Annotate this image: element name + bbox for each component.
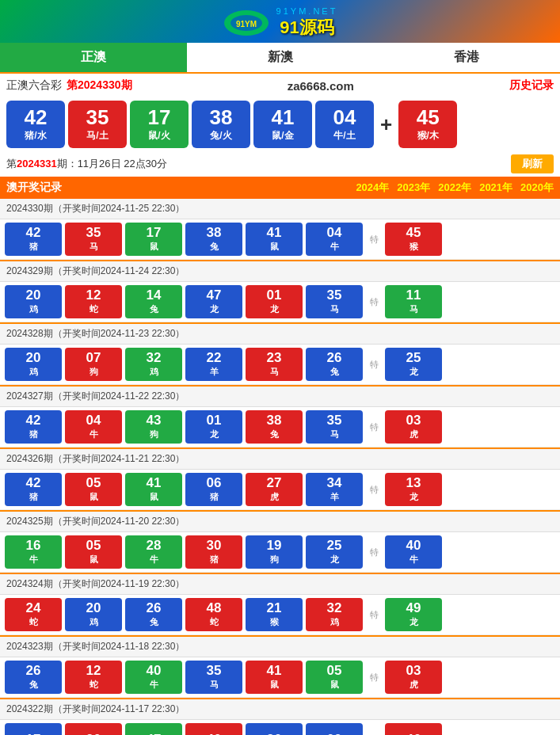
record-ball-1-5: 35马	[306, 285, 363, 318]
record-period-header-0: 2024330期（开奖时间2024-11-25 22:30）	[0, 199, 560, 219]
record-balls-row-4: 42猪05鼠41鼠06猪27虎34羊特13龙	[0, 470, 560, 510]
record-ball-4-4: 27虎	[246, 473, 303, 506]
record-section-7: 2024323期（开奖时间2024-11-18 22:30）26兔12蛇40牛3…	[0, 637, 560, 699]
record-ball-5-0: 16牛	[5, 535, 62, 569]
record-balls-row-0: 42猪35马17鼠38兔41鼠04牛特45猴	[0, 219, 560, 260]
record-ball-3-2: 43狗	[125, 410, 182, 444]
special-label-6: 特	[366, 609, 382, 621]
record-ball-4-3: 06猪	[185, 473, 242, 506]
record-ball-3-3: 01龙	[185, 410, 242, 444]
special-label-2: 特	[366, 359, 382, 371]
record-ball-8-5: 09	[306, 723, 363, 735]
year-2024[interactable]: 2024年	[356, 181, 389, 195]
record-special-4: 13龙	[385, 473, 442, 506]
record-ball-0-4: 41鼠	[246, 223, 303, 256]
year-2022[interactable]: 2022年	[438, 181, 471, 195]
records-title: 澳开奖记录	[6, 181, 62, 195]
ball-special: 45 猴/木	[398, 101, 457, 148]
record-balls-row-3: 42猪04牛43狗01龙38兔35马特03虎	[0, 407, 560, 447]
record-ball-5-3: 30猪	[185, 535, 242, 569]
tab-zhengao[interactable]: 正澳	[0, 43, 187, 72]
special-label-7: 特	[366, 672, 382, 684]
history-link[interactable]: 历史记录	[509, 78, 554, 93]
special-label-1: 特	[366, 296, 382, 308]
year-links: 2024年 2023年 2022年 2021年 2020年	[356, 181, 554, 195]
ball-2: 35 马/土	[68, 101, 127, 148]
record-ball-0-2: 17鼠	[125, 223, 182, 256]
record-section-5: 2024325期（开奖时间2024-11-20 22:30）16牛05鼠28牛3…	[0, 512, 560, 574]
record-ball-3-0: 42猪	[5, 410, 62, 444]
record-ball-0-0: 42猪	[5, 223, 62, 256]
special-label-3: 特	[366, 421, 382, 433]
special-label-4: 特	[366, 484, 382, 496]
record-special-7: 03虎	[385, 661, 442, 694]
ball-6: 04 牛/土	[315, 101, 374, 148]
record-section-6: 2024324期（开奖时间2024-11-19 22:30）24蛇20鸡26兔4…	[0, 574, 560, 637]
tab-bar: 正澳 新澳 香港	[0, 43, 560, 74]
tab-xianggang[interactable]: 香港	[373, 43, 560, 72]
record-special-1: 11马	[385, 285, 442, 318]
record-ball-8-0: 17	[5, 723, 62, 735]
current-balls-row: 42 猪/水 35 马/土 17 鼠/火 38 兔/火 41 鼠/金 04 牛/…	[0, 97, 560, 151]
record-ball-0-3: 38兔	[185, 223, 242, 256]
period-number: 第2024330期	[67, 78, 132, 93]
record-ball-2-0: 20鸡	[5, 348, 62, 381]
record-balls-row-5: 16牛05鼠28牛30猪19狗25龙特40牛	[0, 532, 560, 573]
record-ball-1-3: 47龙	[185, 285, 242, 318]
record-period-header-2: 2024328期（开奖时间2024-11-23 22:30）	[0, 324, 560, 345]
record-ball-6-0: 24蛇	[5, 598, 62, 631]
site-url: za6668.com	[132, 79, 509, 93]
record-ball-2-2: 32鸡	[125, 348, 182, 381]
record-ball-7-2: 40牛	[125, 661, 182, 694]
record-ball-3-5: 35马	[306, 410, 363, 444]
record-ball-5-1: 05鼠	[65, 535, 122, 569]
year-2020[interactable]: 2020年	[520, 181, 554, 195]
ball-3: 17 鼠/火	[130, 101, 189, 148]
record-ball-6-2: 26兔	[125, 598, 182, 631]
record-ball-4-5: 34羊	[306, 473, 363, 506]
record-special-5: 40牛	[385, 535, 442, 569]
record-ball-2-5: 26兔	[306, 348, 363, 381]
record-special-6: 49龙	[385, 598, 442, 631]
record-period-header-8: 2024322期（开奖时间2024-11-17 22:30）	[0, 699, 560, 720]
record-ball-6-5: 32鸡	[306, 598, 363, 631]
record-ball-0-1: 35马	[65, 223, 122, 256]
year-2021[interactable]: 2021年	[479, 181, 512, 195]
record-ball-5-5: 25龙	[306, 535, 363, 569]
record-special-0: 45猴	[385, 223, 442, 256]
record-ball-3-4: 38兔	[246, 410, 303, 444]
ball-4: 38 兔/火	[192, 101, 250, 148]
record-ball-7-5: 05鼠	[306, 661, 363, 694]
record-period-header-7: 2024323期（开奖时间2024-11-18 22:30）	[0, 637, 560, 657]
header: 91YM 91YM.NET 91源码	[0, 0, 560, 43]
record-ball-3-1: 04牛	[65, 410, 122, 444]
record-ball-2-3: 22羊	[185, 348, 242, 381]
record-ball-8-3: 40	[185, 723, 242, 735]
record-ball-6-3: 48蛇	[185, 598, 242, 631]
year-2023[interactable]: 2023年	[397, 181, 430, 195]
record-ball-7-3: 35马	[185, 661, 242, 694]
record-ball-2-4: 23马	[246, 348, 303, 381]
record-section-2: 2024328期（开奖时间2024-11-23 22:30）20鸡07狗32鸡2…	[0, 324, 560, 387]
record-ball-4-1: 05鼠	[65, 473, 122, 506]
record-ball-8-1: 20	[65, 723, 122, 735]
record-special-8: 46	[385, 723, 442, 735]
record-ball-0-5: 04牛	[306, 223, 363, 256]
record-ball-7-0: 26兔	[5, 661, 62, 694]
logo-icon: 91YM	[223, 7, 270, 39]
record-section-3: 2024327期（开奖时间2024-11-22 22:30）42猪04牛43狗0…	[0, 387, 560, 449]
record-ball-1-0: 20鸡	[5, 285, 62, 318]
tab-xinao[interactable]: 新澳	[187, 43, 374, 72]
record-ball-1-4: 01龙	[246, 285, 303, 318]
logo-title: 91源码	[276, 16, 338, 40]
record-section-4: 2024326期（开奖时间2024-11-21 22:30）42猪05鼠41鼠0…	[0, 449, 560, 512]
plus-icon: +	[377, 112, 395, 137]
record-balls-row-6: 24蛇20鸡26兔48蛇21猴32鸡特49龙	[0, 595, 560, 635]
records-container: 2024330期（开奖时间2024-11-25 22:30）42猪35马17鼠3…	[0, 199, 560, 735]
svg-text:91YM: 91YM	[236, 20, 257, 29]
record-ball-4-2: 41鼠	[125, 473, 182, 506]
record-ball-7-4: 41鼠	[246, 661, 303, 694]
record-period-header-5: 2024325期（开奖时间2024-11-20 22:30）	[0, 512, 560, 532]
record-ball-2-1: 07狗	[65, 348, 122, 381]
refresh-button[interactable]: 刷新	[511, 154, 554, 173]
